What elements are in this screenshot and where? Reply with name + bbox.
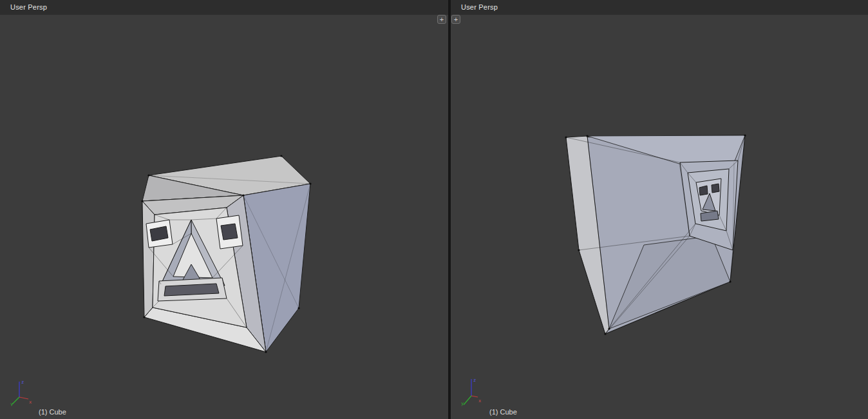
object-info-label: (1) Cube (489, 408, 517, 416)
axis-y-label: y (10, 402, 13, 406)
axis-y-label: y (461, 401, 464, 406)
viewport-left[interactable]: User Persp (0, 0, 448, 419)
plus-icon: + (440, 16, 444, 23)
axis-x-label: x (29, 400, 32, 405)
object-info-label: (1) Cube (39, 408, 66, 416)
view-mode-label: User Persp (10, 3, 47, 11)
cube-outer-faces (142, 156, 310, 352)
axis-z-label: z (473, 378, 476, 383)
viewport-header (0, 0, 448, 15)
expand-region-button[interactable]: + (451, 15, 460, 24)
axis-gizmo-icon: z y x (461, 378, 484, 406)
viewport-header (451, 0, 868, 15)
view-mode-label: User Persp (461, 3, 498, 11)
mesh-cube[interactable] (0, 0, 448, 419)
plus-icon: + (454, 16, 458, 23)
viewport-right[interactable]: User Persp (451, 0, 868, 419)
viewport-divider[interactable] (448, 0, 451, 419)
expand-region-button[interactable]: + (437, 15, 446, 24)
mesh-cube-interior[interactable] (451, 0, 868, 419)
axis-x-label: x (478, 398, 481, 404)
axis-gizmo-icon: z y x (10, 378, 33, 406)
axis-z-label: z (21, 380, 24, 385)
